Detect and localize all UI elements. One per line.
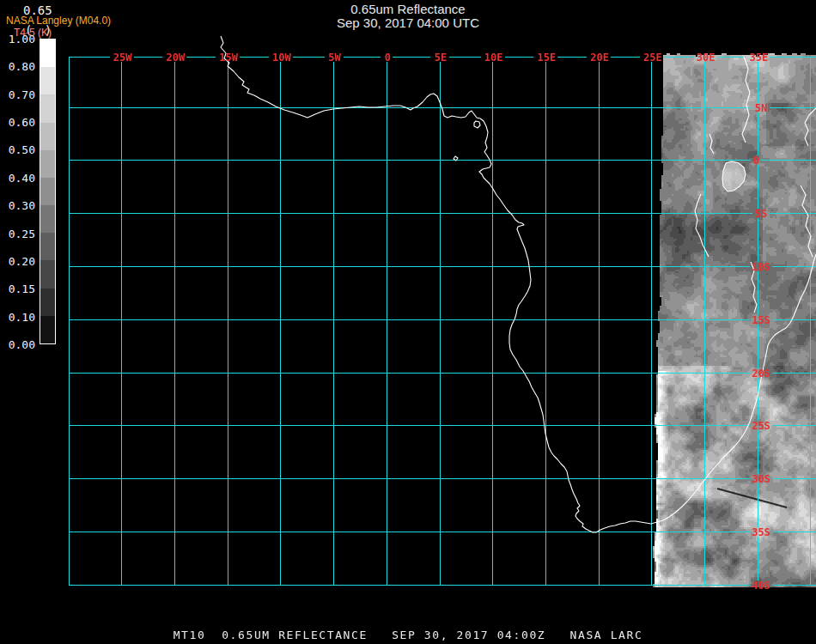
lat-label-15S: 15S <box>752 314 770 326</box>
lake-tanganyika <box>695 194 709 257</box>
lon-label-0: 0 <box>385 52 391 64</box>
west-africa-coastline <box>221 36 816 532</box>
lon-label-25W: 25W <box>113 52 132 64</box>
lat-label-35S: 35S <box>752 526 770 538</box>
grid-lines <box>69 57 816 585</box>
lon-label-20E: 20E <box>590 52 609 64</box>
lat-label-20S: 20S <box>752 368 770 380</box>
lake-victoria <box>722 161 746 191</box>
footer-caption: MT10 0.65UM REFLECTANCE SEP 30, 2017 04:… <box>0 629 816 641</box>
bioko-island <box>474 121 480 128</box>
lon-label-5E: 5E <box>435 52 447 64</box>
lon-label-10W: 10W <box>272 52 291 64</box>
lat-label-10S: 10S <box>752 261 770 273</box>
sao-tome-island <box>454 156 458 161</box>
lon-label-15W: 15W <box>219 52 238 64</box>
lon-label-20W: 20W <box>167 52 186 64</box>
grid-labels: 25W20W15W10W5W05E10E15E20E25E30E35E5N05S… <box>113 52 770 592</box>
lat-label-0: 0 <box>752 155 758 167</box>
lon-label-5W: 5W <box>328 52 341 64</box>
lat-label-5S: 5S <box>755 208 767 220</box>
lon-label-10E: 10E <box>484 52 503 64</box>
satellite-viewer-window: 0.65um Reflectance Sep 30, 2017 04:00 UT… <box>0 0 816 644</box>
coastlines <box>221 36 816 532</box>
lat-label-30S: 30S <box>752 473 770 485</box>
lon-label-15E: 15E <box>538 52 557 64</box>
lon-label-30E: 30E <box>697 52 716 64</box>
lat-label-40S: 40S <box>752 580 770 592</box>
lake-albert <box>709 134 714 154</box>
lat-label-25S: 25S <box>752 420 770 432</box>
lat-label-5N: 5N <box>755 102 767 114</box>
lon-label-35E: 35E <box>749 52 768 64</box>
lon-label-25E: 25E <box>643 52 662 64</box>
map-grid-overlay: 25W20W15W10W5W05E10E15E20E25E30E35E5N05S… <box>0 0 816 644</box>
nile-turkana-line <box>742 57 750 143</box>
